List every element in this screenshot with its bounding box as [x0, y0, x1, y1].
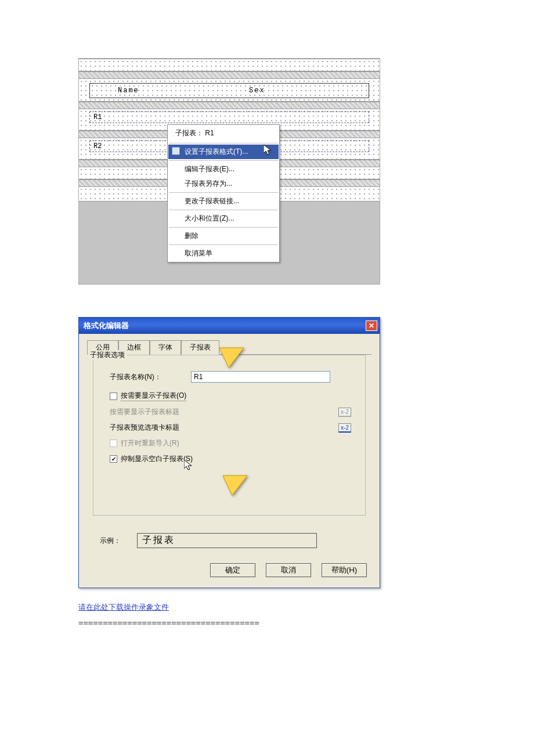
- group-legend: 子报表选项: [88, 350, 127, 360]
- formula-button-ondemand-caption[interactable]: x-2: [338, 408, 351, 417]
- ctx-change-links[interactable]: 更改子报表链接...: [168, 194, 279, 208]
- ok-button[interactable]: 确定: [210, 563, 255, 577]
- subreport-name-label: 子报表名称(N)：: [110, 372, 191, 382]
- preview-caption-label: 子报表预览选项卡标题: [110, 423, 179, 433]
- download-recording-link[interactable]: 请在此处下载操作录象文件: [78, 602, 169, 613]
- ctx-size-position[interactable]: 大小和位置(Z)...: [168, 211, 279, 226]
- cancel-button[interactable]: 取消: [266, 563, 311, 577]
- ondemand-label: 按需要显示子报表(O): [121, 391, 186, 401]
- ctx-format-label: 设置子报表格式(T)...: [185, 147, 248, 156]
- divider-line: =====================================: [78, 618, 534, 628]
- ondemand-caption-label: 按需要显示子报表标题: [110, 407, 179, 417]
- close-button[interactable]: ✕: [366, 321, 377, 331]
- close-icon: ✕: [369, 322, 374, 330]
- sample-label: 示例：: [100, 536, 121, 546]
- suppress-blank-label: 抑制显示空白子报表(S): [121, 454, 193, 464]
- dialog-title: 格式化编辑器: [84, 321, 129, 331]
- header-col-name: Name: [90, 87, 243, 95]
- svg-marker-1: [184, 460, 192, 470]
- tab-font[interactable]: 字体: [150, 340, 181, 355]
- reimport-label: 打开时重新导入(R): [121, 438, 179, 448]
- header-row[interactable]: Name Sex: [89, 83, 369, 98]
- context-menu-title: 子报表： R1: [168, 126, 279, 142]
- svg-marker-0: [264, 145, 271, 154]
- report-designer-canvas: Name Sex R1 R2 子报表： R1 设置子报表格式(T)... 编辑子…: [78, 58, 380, 285]
- tab-subreport[interactable]: 子报表: [181, 340, 219, 355]
- sample-box: 子报表: [137, 533, 317, 548]
- subreport-name-input[interactable]: [191, 371, 330, 383]
- subreport-options-group: 子报表选项 子报表名称(N)： 按需要显示子报表(O) 按需要显示子报表标题 x…: [93, 355, 366, 516]
- ondemand-checkbox[interactable]: [110, 393, 117, 400]
- ctx-format-subreport[interactable]: 设置子报表格式(T)...: [168, 145, 279, 159]
- header-col-sex: Sex: [243, 87, 265, 95]
- ctx-cancel-menu[interactable]: 取消菜单: [168, 246, 279, 261]
- formula-button-preview-caption[interactable]: x-2: [338, 423, 351, 433]
- help-button[interactable]: 帮助(H): [322, 563, 367, 577]
- subreport-r1[interactable]: R1: [89, 111, 369, 123]
- ctx-edit-subreport[interactable]: 编辑子报表(E)...: [168, 162, 279, 177]
- properties-icon: [172, 147, 180, 155]
- suppress-blank-checkbox[interactable]: [110, 455, 117, 463]
- ctx-saveas-subreport[interactable]: 子报表另存为...: [168, 177, 279, 191]
- format-editor-dialog: 格式化编辑器 ✕ 公用 边框 字体 子报表 子报表选项 子报表名称(N)： 按需…: [78, 317, 380, 588]
- reimport-checkbox: [110, 440, 117, 447]
- dialog-titlebar[interactable]: 格式化编辑器 ✕: [79, 318, 380, 334]
- context-menu: 子报表： R1 设置子报表格式(T)... 编辑子报表(E)... 子报表另存为…: [167, 124, 280, 262]
- ctx-delete[interactable]: 删除: [168, 229, 279, 243]
